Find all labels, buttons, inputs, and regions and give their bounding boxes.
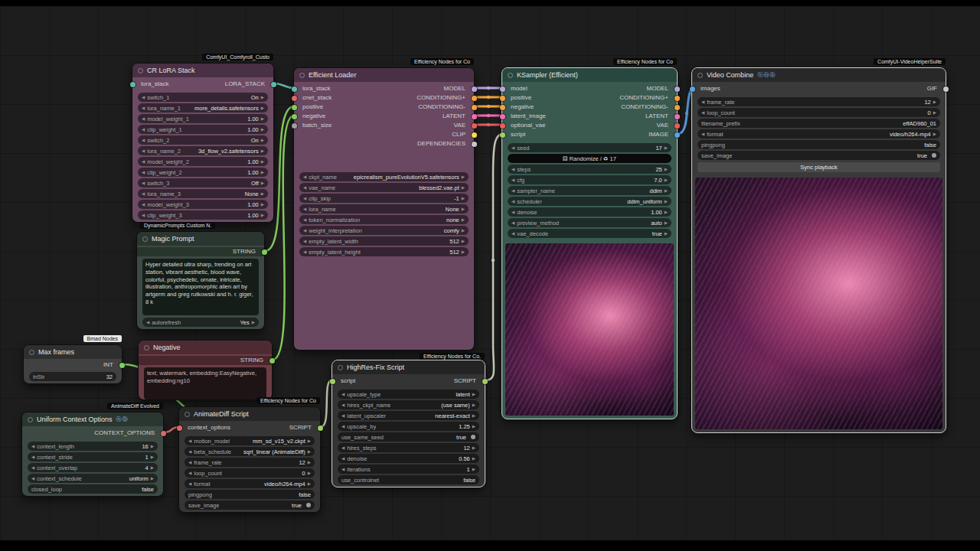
collapse-icon[interactable]	[138, 68, 143, 73]
node-video-combine[interactable]: ComfyUI-VideoHelperSuite Video Combine Ⓥ…	[691, 67, 946, 433]
decrement-arrow[interactable]: ◀	[31, 455, 34, 459]
decrement-arrow[interactable]: ◀	[341, 392, 345, 396]
increment-arrow[interactable]: ▶	[151, 476, 154, 481]
widget-lora-name-1[interactable]: ◀lora_name_1more_details.safetensors▶	[138, 103, 268, 112]
output-slot-conditioning-minus[interactable]	[675, 105, 680, 110]
node-magic-prompt[interactable]: DynamicPrompts Custom N. Magic Prompt ST…	[136, 231, 265, 330]
decrement-arrow[interactable]: ◀	[188, 449, 191, 454]
increment-arrow[interactable]: ▶	[462, 185, 465, 190]
decrement-arrow[interactable]: ◀	[142, 191, 145, 196]
input-slot-script[interactable]	[330, 379, 335, 384]
input-slot-cnet-stack[interactable]	[292, 96, 297, 101]
node-titlebar[interactable]: Efficient Loader	[294, 68, 474, 82]
decrement-arrow[interactable]: ◀	[142, 148, 145, 153]
increment-arrow[interactable]: ▶	[462, 217, 465, 222]
node-cr-lora-stack[interactable]: ComfyUI_Comfyroll_Custo CR LoRA Stack lo…	[132, 63, 274, 223]
widget-clip-weight-3[interactable]: ◀clip_weight_31.00▶	[138, 210, 268, 220]
increment-arrow[interactable]: ▶	[462, 196, 465, 201]
collapse-icon[interactable]	[185, 412, 190, 417]
decrement-arrow[interactable]: ◀	[142, 106, 145, 110]
increment-arrow[interactable]: ▶	[665, 210, 668, 214]
widget-vae-name[interactable]: ◀vae_nameblessed2.vae.pt▶	[299, 183, 469, 192]
decrement-arrow[interactable]: ◀	[303, 239, 306, 243]
widget-save-image[interactable]: save_imagetrue	[185, 500, 315, 510]
widget-steps[interactable]: ◀steps25▶	[508, 165, 671, 174]
widget-ckpt-name[interactable]: ◀ckpt_nameepicrealism_pureEvolutionV5.sa…	[299, 172, 469, 181]
decrement-arrow[interactable]: ◀	[188, 471, 191, 475]
widget-scheduler[interactable]: ◀schedulerddim_uniform▶	[508, 197, 671, 206]
decrement-arrow[interactable]: ◀	[303, 217, 306, 222]
collapse-icon[interactable]	[338, 365, 343, 370]
widget-clip-skip[interactable]: ◀clip_skip-1▶	[299, 194, 469, 203]
increment-arrow[interactable]: ▶	[472, 467, 475, 471]
node-titlebar[interactable]: Max frames	[24, 345, 122, 359]
widget-upscale-type[interactable]: ◀upscale_typelatent▶	[338, 390, 479, 399]
output-slot-script[interactable]	[318, 425, 323, 431]
increment-arrow[interactable]: ▶	[472, 413, 475, 418]
decrement-arrow[interactable]: ◀	[511, 231, 514, 236]
widget-save-image[interactable]: save_imagetrue	[697, 151, 940, 160]
output-slot-conditioning-plus[interactable]	[675, 96, 680, 101]
widget-denoise[interactable]: ◀denoise0.56▶	[338, 454, 479, 463]
decrement-arrow[interactable]: ◀	[341, 445, 345, 450]
decrement-arrow[interactable]: ◀	[142, 202, 145, 207]
increment-arrow[interactable]: ▶	[261, 213, 264, 217]
decrement-arrow[interactable]: ◀	[511, 167, 514, 171]
node-titlebar[interactable]: Negative	[139, 341, 272, 354]
decrement-arrow[interactable]: ◀	[31, 465, 34, 470]
increment-arrow[interactable]: ▶	[472, 424, 475, 429]
decrement-arrow[interactable]: ◀	[142, 159, 145, 164]
output-slot-vae[interactable]	[675, 123, 680, 129]
increment-arrow[interactable]: ▶	[252, 320, 255, 324]
node-animatediff-script[interactable]: Efficiency Nodes for Co AnimateDiff Scri…	[178, 406, 321, 513]
decrement-arrow[interactable]: ◀	[303, 174, 306, 179]
increment-arrow[interactable]: ▶	[308, 481, 311, 486]
increment-arrow[interactable]: ▶	[261, 95, 264, 99]
widget-closed-loop[interactable]: closed_loopfalse	[28, 484, 158, 494]
widget-use-controlnet[interactable]: use_controlnetfalse	[338, 475, 479, 484]
increment-arrow[interactable]: ▶	[261, 127, 264, 132]
increment-arrow[interactable]: ▶	[933, 110, 936, 115]
increment-arrow[interactable]: ▶	[462, 207, 465, 211]
increment-arrow[interactable]: ▶	[261, 170, 264, 174]
widget-empty-latent-height[interactable]: ◀empty_latent_height512▶	[299, 247, 469, 256]
increment-arrow[interactable]: ▶	[261, 138, 264, 142]
input-slot-model[interactable]	[500, 86, 505, 92]
increment-arrow[interactable]: ▶	[665, 178, 668, 182]
increment-arrow[interactable]: ▶	[472, 392, 475, 396]
input-slot-positive[interactable]	[292, 105, 297, 110]
node-efficient-loader[interactable]: Efficiency Nodes for Co Efficient Loader…	[293, 67, 475, 350]
decrement-arrow[interactable]: ◀	[701, 110, 704, 115]
increment-arrow[interactable]: ▶	[472, 403, 475, 407]
increment-arrow[interactable]: ▶	[665, 145, 668, 150]
output-slot-conditioning-plus[interactable]	[472, 96, 477, 101]
decrement-arrow[interactable]: ◀	[31, 444, 34, 448]
output-slot-string[interactable]	[270, 358, 275, 364]
widget-token-normalization[interactable]: ◀token_normalizationnone▶	[299, 215, 469, 224]
widget-context-length[interactable]: ◀context_length16▶	[28, 442, 158, 451]
node-titlebar[interactable]: CR LoRA Stack	[132, 64, 273, 77]
decrement-arrow[interactable]: ◀	[142, 213, 145, 217]
output-slot-string[interactable]	[262, 249, 267, 255]
node-ksampler-efficient[interactable]: Efficiency Nodes for Co KSampler (Effici…	[501, 67, 678, 419]
widget-model-weight-3[interactable]: ◀model_weight_31.00▶	[138, 200, 268, 209]
decrement-arrow[interactable]: ◀	[188, 439, 191, 443]
toggle-icon[interactable]	[306, 503, 311, 507]
increment-arrow[interactable]: ▶	[261, 159, 264, 164]
widget-frame-rate[interactable]: ◀frame_rate12▶	[697, 97, 940, 106]
input-slot-latent-image[interactable]	[500, 114, 505, 119]
widget-vae-decode[interactable]: ◀vae_decodetrue▶	[508, 229, 671, 238]
increment-arrow[interactable]: ▶	[665, 231, 668, 236]
widget-clip-weight-1[interactable]: ◀clip_weight_11.00▶	[138, 125, 268, 134]
output-slot-model[interactable]	[472, 86, 477, 92]
widget-use-same-seed[interactable]: use_same_seedtrue	[338, 432, 479, 442]
toggle-icon[interactable]	[471, 435, 475, 439]
widget-model-weight-2[interactable]: ◀model_weight_21.00▶	[138, 157, 268, 166]
increment-arrow[interactable]: ▶	[261, 181, 264, 185]
decrement-arrow[interactable]: ◀	[511, 178, 514, 182]
widget-weight-interpretation[interactable]: ◀weight_interpretationcomfy▶	[299, 226, 469, 235]
decrement-arrow[interactable]: ◀	[142, 181, 145, 185]
output-slot-latent[interactable]	[675, 114, 680, 119]
output-slot-dependencies[interactable]	[472, 142, 477, 147]
decrement-arrow[interactable]: ◀	[303, 249, 306, 254]
